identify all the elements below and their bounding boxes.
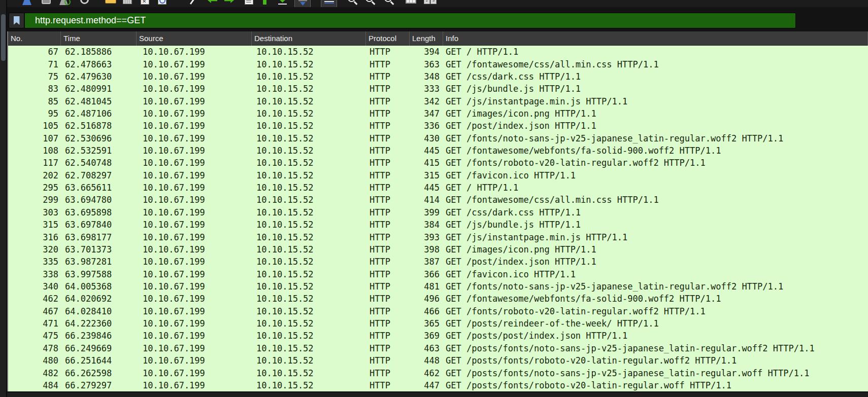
column-header[interactable]: Destination xyxy=(252,31,366,46)
cell-destination: 10.10.15.52 xyxy=(252,331,366,341)
cell-no: 83 xyxy=(8,84,61,94)
cell-info: GET /post/index.json HTTP/1.1 xyxy=(443,121,868,131)
packet-row[interactable]: 67 62.185886 10.10.67.199 10.10.15.52 HT… xyxy=(8,46,868,58)
bookmark-icon xyxy=(14,16,20,25)
left-scrollbar-handle[interactable] xyxy=(1,14,6,61)
packet-row[interactable]: 83 62.480991 10.10.67.199 10.10.15.52 HT… xyxy=(8,83,868,95)
cell-time: 64.028410 xyxy=(61,306,137,316)
start-capture-fin-icon[interactable] xyxy=(20,0,34,6)
resize-columns-icon[interactable] xyxy=(404,0,417,6)
packet-row[interactable]: 462 64.020692 10.10.67.199 10.10.15.52 H… xyxy=(8,293,868,305)
cell-source: 10.10.67.199 xyxy=(137,368,252,378)
packet-row[interactable]: 95 62.487106 10.10.67.199 10.10.15.52 HT… xyxy=(8,107,868,120)
cell-time: 62.540748 xyxy=(61,158,137,168)
cell-no: 484 xyxy=(8,380,61,390)
packet-row[interactable]: 467 64.028410 10.10.67.199 10.10.15.52 H… xyxy=(8,305,868,317)
cell-no: 67 xyxy=(8,47,61,57)
zoom-reset-icon[interactable] xyxy=(383,0,396,6)
cell-destination: 10.10.15.52 xyxy=(252,158,366,168)
packet-row[interactable]: 315 63.697840 10.10.67.199 10.10.15.52 H… xyxy=(8,219,868,231)
packet-row[interactable]: 484 66.279297 10.10.67.199 10.10.15.52 H… xyxy=(8,379,868,391)
packet-row[interactable]: 480 66.251644 10.10.67.199 10.10.15.52 H… xyxy=(8,354,868,367)
cell-destination: 10.10.15.52 xyxy=(252,257,366,267)
colorize-toggle-icon[interactable] xyxy=(321,0,337,7)
packet-row[interactable]: 117 62.540748 10.10.67.199 10.10.15.52 H… xyxy=(8,157,868,169)
status-bar-edge xyxy=(7,391,868,397)
packet-row[interactable]: 316 63.698177 10.10.67.199 10.10.15.52 H… xyxy=(8,231,868,243)
find-packet-icon[interactable] xyxy=(187,0,201,6)
display-filter-input[interactable]: http.request.method==GET xyxy=(9,13,796,28)
packet-row[interactable]: 478 66.249669 10.10.67.199 10.10.15.52 H… xyxy=(8,342,868,354)
packet-row[interactable]: 475 66.239846 10.10.67.199 10.10.15.52 H… xyxy=(8,330,868,342)
packet-row[interactable]: 340 64.005368 10.10.67.199 10.10.15.52 H… xyxy=(8,280,868,293)
save-file-icon[interactable] xyxy=(121,0,134,6)
cell-source: 10.10.67.199 xyxy=(137,355,252,366)
go-first-packet-icon[interactable] xyxy=(258,0,272,6)
cell-source: 10.10.67.199 xyxy=(137,96,252,106)
packet-row[interactable]: 107 62.530696 10.10.67.199 10.10.15.52 H… xyxy=(8,132,868,145)
zoom-out-icon[interactable] xyxy=(364,0,377,6)
cell-protocol: HTTP xyxy=(366,220,410,230)
cell-info: GET /fonts/noto-sans-jp-v25-japanese_lat… xyxy=(443,133,868,143)
cell-no: 335 xyxy=(8,257,61,267)
go-last-packet-icon[interactable] xyxy=(276,0,289,6)
column-header[interactable]: Info xyxy=(443,31,868,46)
packet-row[interactable]: 202 62.708297 10.10.67.199 10.10.15.52 H… xyxy=(8,169,868,182)
stop-capture-icon[interactable] xyxy=(39,0,52,6)
packet-row[interactable]: 71 62.478663 10.10.67.199 10.10.15.52 HT… xyxy=(8,58,868,70)
filter-bookmark-button[interactable] xyxy=(9,13,25,28)
auto-scroll-toggle-icon[interactable] xyxy=(294,0,311,7)
cell-time: 62.708297 xyxy=(61,170,137,181)
cell-protocol: HTTP xyxy=(366,257,410,267)
packet-row[interactable]: 320 63.701373 10.10.67.199 10.10.15.52 H… xyxy=(8,243,868,256)
packet-row[interactable]: 105 62.516878 10.10.67.199 10.10.15.52 H… xyxy=(8,120,868,132)
zoom-in-icon[interactable] xyxy=(346,0,359,6)
column-header[interactable]: No. xyxy=(8,31,61,46)
cell-protocol: HTTP xyxy=(366,158,410,168)
column-header[interactable]: Protocol xyxy=(366,31,410,46)
packet-row[interactable]: 85 62.481045 10.10.67.199 10.10.15.52 HT… xyxy=(8,95,868,107)
cell-destination: 10.10.15.52 xyxy=(252,306,366,316)
cell-time: 64.005368 xyxy=(61,281,137,292)
capture-options-gear-icon[interactable] xyxy=(77,0,90,6)
reload-file-icon[interactable] xyxy=(155,0,169,6)
packet-row[interactable]: 299 63.694780 10.10.67.199 10.10.15.52 H… xyxy=(8,194,868,206)
go-back-icon[interactable] xyxy=(206,0,219,6)
two-three-columns-icon[interactable] xyxy=(423,0,437,6)
packet-row[interactable]: 338 63.997588 10.10.67.199 10.10.15.52 H… xyxy=(8,268,868,280)
packet-row[interactable]: 108 62.532591 10.10.67.199 10.10.15.52 H… xyxy=(8,145,868,157)
cell-protocol: HTTP xyxy=(366,121,410,131)
packet-row[interactable]: 75 62.479630 10.10.67.199 10.10.15.52 HT… xyxy=(8,70,868,83)
cell-protocol: HTTP xyxy=(366,133,410,143)
cell-protocol: HTTP xyxy=(366,207,410,218)
packet-row[interactable]: 482 66.262598 10.10.67.199 10.10.15.52 H… xyxy=(8,367,868,379)
packet-row[interactable]: 471 64.222360 10.10.67.199 10.10.15.52 H… xyxy=(8,317,868,330)
column-header[interactable]: Time xyxy=(61,31,137,46)
open-file-icon[interactable] xyxy=(104,0,117,6)
filter-field[interactable]: http.request.method==GET xyxy=(25,13,795,28)
cell-length: 448 xyxy=(410,355,443,366)
go-to-packet-icon[interactable] xyxy=(242,0,255,6)
cell-length: 447 xyxy=(410,380,443,390)
cell-source: 10.10.67.199 xyxy=(137,380,252,390)
packet-list-header: No.TimeSourceDestinationProtocolLengthIn… xyxy=(8,31,868,46)
cell-source: 10.10.67.199 xyxy=(137,257,252,267)
packet-row[interactable]: 335 63.987281 10.10.67.199 10.10.15.52 H… xyxy=(8,256,868,268)
packet-row[interactable]: 303 63.695898 10.10.67.199 10.10.15.52 H… xyxy=(8,206,868,219)
restart-capture-icon[interactable] xyxy=(58,0,71,6)
go-forward-icon[interactable] xyxy=(223,0,237,6)
close-file-icon[interactable] xyxy=(138,0,151,6)
cell-length: 462 xyxy=(410,368,443,378)
cell-length: 315 xyxy=(410,170,443,181)
cell-source: 10.10.67.199 xyxy=(137,331,252,341)
packet-rows: 67 62.185886 10.10.67.199 10.10.15.52 HT… xyxy=(8,46,868,391)
packet-row[interactable]: 295 63.665611 10.10.67.199 10.10.15.52 H… xyxy=(8,182,868,194)
column-header[interactable]: Source xyxy=(137,31,252,46)
column-header[interactable]: Length xyxy=(410,31,443,46)
cell-length: 336 xyxy=(410,121,443,131)
cell-time: 62.185886 xyxy=(61,47,137,57)
cell-source: 10.10.67.199 xyxy=(137,244,252,255)
cell-info: GET /posts/fonts/noto-sans-jp-v25-japane… xyxy=(443,368,868,378)
cell-source: 10.10.67.199 xyxy=(137,146,252,156)
cell-time: 66.279297 xyxy=(61,380,137,390)
